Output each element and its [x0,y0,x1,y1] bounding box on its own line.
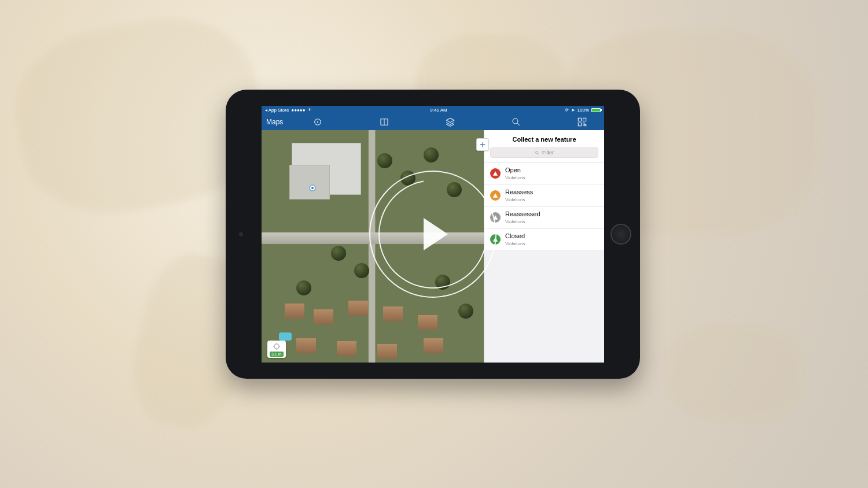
wifi-icon: ᯤ [308,107,313,113]
warning-icon [490,190,501,201]
map-building [289,165,330,199]
locate-button[interactable] [300,117,335,127]
panel-title: Collect a new feature [484,130,604,147]
svg-rect-5 [578,123,581,126]
ipad-home-button[interactable] [610,224,631,245]
qr-icon [577,117,587,127]
feature-open[interactable]: OpenViolations [484,163,604,185]
feature-panel: ＋ Collect a new feature Filter OpenViola… [484,130,604,363]
qr-button[interactable] [565,117,599,127]
svg-rect-3 [578,118,581,121]
warning-icon [490,168,501,179]
app-toolbar: Maps [262,114,604,130]
ios-status-bar: ◂ App Store ●●●●● ᯤ 9:41 AM ⟳ ➤ 100% [262,106,604,114]
signal-dots: ●●●●● [291,108,305,113]
feature-reassess[interactable]: ReassessViolations [484,185,604,207]
feature-list: OpenViolations ReassessViolations Reasse… [484,162,604,251]
maps-back-button[interactable]: Maps [266,118,283,126]
add-feature-button[interactable]: ＋ [476,138,489,151]
play-button[interactable] [369,171,496,298]
layers-icon [445,117,455,127]
search-button[interactable] [499,117,534,127]
filter-placeholder: Filter [542,150,554,156]
svg-point-6 [274,344,279,349]
layers-button[interactable] [433,117,468,127]
svg-point-7 [536,151,539,154]
gps-target-icon [273,342,281,350]
ipad-screen: ◂ App Store ●●●●● ᯤ 9:41 AM ⟳ ➤ 100% Map… [262,106,604,363]
gps-accuracy-pill[interactable]: 3.1 m [267,341,286,358]
svg-point-1 [317,121,318,123]
feature-reassessed[interactable]: ReassessedViolations [484,207,604,229]
svg-point-2 [513,119,518,124]
clock: 9:41 AM [315,108,562,113]
user-location-dot [310,186,315,190]
location-icon: ➤ [571,108,575,113]
bookmarks-button[interactable] [367,117,402,127]
back-to-app[interactable]: ◂ App Store [265,108,289,113]
search-icon [511,117,521,127]
bookmark-icon [379,117,389,127]
search-icon [535,150,540,156]
battery-icon [591,108,601,112]
orientation-lock-icon: ⟳ [565,108,569,113]
ipad-device-frame: ◂ App Store ●●●●● ᯤ 9:41 AM ⟳ ➤ 100% Map… [226,90,640,379]
feature-closed[interactable]: ClosedViolations [484,229,604,251]
gps-target-icon [312,117,323,127]
filter-input[interactable]: Filter [490,147,598,158]
ipad-camera [239,232,243,236]
battery-percent: 100% [578,108,589,113]
svg-rect-4 [583,118,586,121]
gps-distance: 3.1 m [270,352,284,357]
